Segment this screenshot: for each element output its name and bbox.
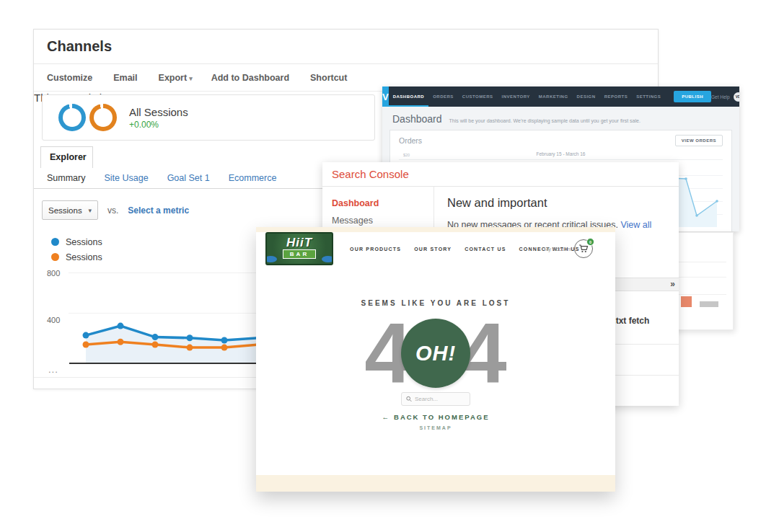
logo-splash-icon — [322, 256, 333, 262]
mini-bar — [681, 296, 692, 307]
analytics-title-row: Channels — [34, 30, 658, 64]
chevron-down-icon: ▾ — [189, 75, 193, 82]
logo-line2: BAR — [283, 249, 316, 259]
shop-nav-item[interactable]: ORDERS — [428, 87, 458, 107]
y-axis-label-400: 400 — [47, 316, 60, 324]
metric-select[interactable]: Sessions ▾ — [42, 200, 98, 220]
shop-nav-item[interactable]: INVENTORY — [498, 87, 534, 107]
shop-nav-item[interactable]: REPORTS — [600, 87, 633, 107]
site-nav-item[interactable]: OUR PRODUCTS — [350, 247, 401, 252]
back-to-homepage-link[interactable]: ←BACK TO HOMEPAGE — [256, 413, 615, 421]
publish-button[interactable]: PUBLISH — [674, 91, 711, 102]
site-header: HiiT BAR OUR PRODUCTSOUR STORYCONTACT US… — [256, 232, 615, 267]
404-art: 4 OH! 4 — [256, 314, 615, 393]
donut-segment-icon — [89, 104, 117, 131]
tab-explorer[interactable]: Explorer — [40, 146, 93, 168]
search-console-header: Search Console — [322, 162, 679, 187]
oh-circle: OH! — [401, 319, 470, 388]
site-nav-item[interactable]: OUR STORY — [414, 247, 452, 252]
shop-nav-item[interactable]: DESIGN — [573, 87, 600, 107]
view-all-link[interactable]: View all — [620, 220, 651, 230]
toolbar-button-label: Add to Dashboard — [211, 73, 289, 83]
donut-segment-icon — [58, 104, 86, 131]
subnav-link[interactable]: Summary — [47, 173, 85, 183]
sidebar-item[interactable]: Messages — [322, 208, 433, 226]
site-nav-item[interactable]: CONTACT US — [465, 247, 506, 252]
hiit-bar-404-window: HiiT BAR OUR PRODUCTSOUR STORYCONTACT US… — [256, 227, 615, 492]
toolbar-button[interactable]: Export▾ — [159, 73, 193, 83]
all-sessions-segment-card[interactable]: All Sessions +0.00% — [42, 94, 375, 141]
new-and-important-title: New and important — [434, 187, 679, 210]
metric-picker-row: Sessions ▾ vs. Select a metric — [42, 200, 189, 220]
logo-splash-icon — [265, 256, 277, 262]
my-account-link[interactable]: My Account — [544, 246, 572, 252]
segment-delta: +0.00% — [129, 120, 188, 130]
metric-select-value: Sessions — [48, 206, 82, 215]
chart-legend: Sessions Sessions — [51, 234, 102, 265]
axis-ellipsis: ... — [48, 364, 58, 375]
toolbar-button[interactable]: Customize — [47, 73, 94, 83]
header-accent-strip — [256, 227, 615, 232]
shop-page-title: Dashboard — [392, 113, 442, 125]
vs-label: vs. — [107, 205, 118, 216]
toolbar-button-label: Shortcut — [310, 73, 347, 83]
toolbar-button-label: Email — [113, 73, 137, 83]
toolbar-button[interactable]: Shortcut — [310, 73, 349, 83]
mini-bar — [700, 301, 718, 307]
cart-button[interactable]: 0 — [574, 239, 593, 258]
legend-entry: Sessions — [51, 234, 102, 249]
legend-label: Sessions — [66, 237, 102, 247]
cart-icon — [578, 244, 589, 253]
shop-sample-note: This will be your dashboard. We're displ… — [449, 118, 641, 123]
shop-top-nav: V DASHBOARDORDERSCUSTOMERSINVENTORYMARKE… — [382, 87, 739, 107]
oh-text: OH! — [415, 342, 456, 365]
segment-text: All Sessions +0.00% — [129, 106, 188, 130]
search-input[interactable] — [415, 396, 465, 402]
sitemap-link[interactable]: SITEMAP — [256, 425, 615, 430]
select-metric-link[interactable]: Select a metric — [128, 205, 189, 216]
shop-nav-item[interactable]: CUSTOMERS — [458, 87, 498, 107]
toolbar-button-label: Export — [159, 73, 188, 83]
left-arrow-icon: ← — [382, 413, 391, 421]
shop-page-head: Dashboard This will be your dashboard. W… — [382, 107, 739, 130]
search-console-main: New and important No new messages or rec… — [434, 187, 679, 230]
shop-nav-item[interactable]: SETTINGS — [632, 87, 665, 107]
sidebar-item[interactable]: Dashboard — [322, 187, 433, 208]
toolbar-button[interactable]: Email — [113, 73, 139, 83]
avatar[interactable]: VD — [734, 92, 739, 102]
subnav-link[interactable]: Site Usage — [104, 173, 148, 183]
segment-label: All Sessions — [129, 106, 188, 118]
shop-nav-right: Get Help VD ▾ — [711, 87, 739, 107]
screenshot-stage: Channels CustomizeEmailExport▾Add to Das… — [0, 0, 779, 532]
page-title: Channels — [47, 38, 112, 55]
shop-nav-item[interactable]: MARKETING — [534, 87, 573, 107]
get-help-link[interactable]: Get Help — [711, 94, 730, 99]
footer-accent-strip — [256, 475, 615, 492]
toolbar-button[interactable]: Add to Dashboard — [211, 73, 291, 83]
back-to-homepage-label: BACK TO HOMEPAGE — [394, 413, 489, 421]
chevron-down-icon: ▾ — [88, 207, 92, 214]
subnav-link[interactable]: Goal Set 1 — [167, 173, 210, 183]
shop-menu: DASHBOARDORDERSCUSTOMERSINVENTORYMARKETI… — [389, 87, 665, 107]
legend-dot-icon — [51, 253, 59, 261]
subnav-link[interactable]: Ecommerce — [229, 173, 277, 183]
shop-nav-item[interactable]: DASHBOARD — [389, 87, 429, 107]
legend-label: Sessions — [66, 252, 102, 262]
search-console-title: Search Console — [332, 168, 409, 180]
y-axis-label-800: 800 — [47, 269, 60, 278]
lost-tagline: SEEMS LIKE YOU ARE LOST — [256, 299, 615, 307]
toolbar-button-label: Customize — [47, 73, 92, 83]
cart-count-badge: 0 — [586, 238, 594, 246]
legend-entry: Sessions — [51, 249, 102, 265]
legend-dot-icon — [51, 238, 59, 246]
expand-chevrons-icon[interactable]: » — [670, 279, 675, 289]
shop-logo-icon[interactable]: V — [382, 87, 389, 107]
logo-line1: HiiT — [267, 236, 332, 249]
hiit-bar-logo[interactable]: HiiT BAR — [265, 232, 333, 265]
